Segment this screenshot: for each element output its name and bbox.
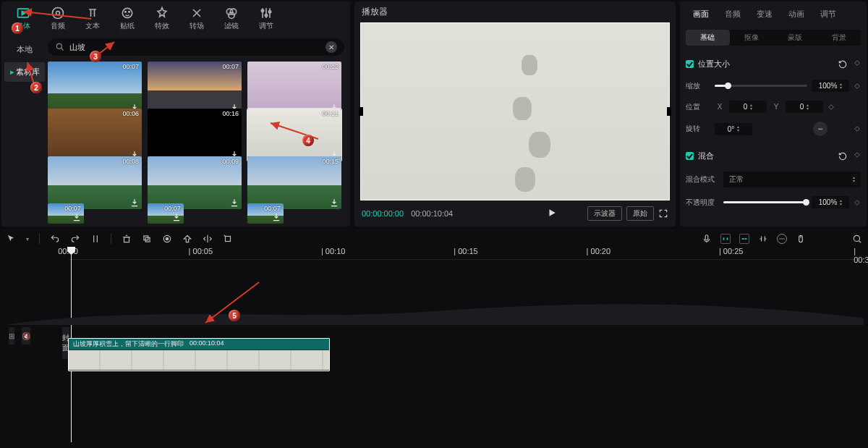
audio-icon [51,6,65,20]
scale-value[interactable]: 100%▴▾ [812,80,849,92]
record-icon[interactable] [162,234,172,244]
keyframe-icon[interactable] [854,59,861,67]
redo-icon[interactable] [70,234,80,244]
svg-point-25 [854,235,859,241]
download-icon[interactable] [171,212,182,222]
tab-sticker[interactable]: 贴纸 [111,4,143,33]
rot-value[interactable]: 0°▴▾ [715,123,752,135]
keyframe-icon[interactable] [827,103,835,111]
original-button[interactable]: 原始 [626,206,654,221]
rotate-icon[interactable] [223,234,233,244]
fullscreen-icon[interactable] [658,208,668,219]
media-thumb[interactable]: 00:06 [48,109,142,161]
timeline-clip[interactable]: 山坡厚厚积雪上，留下清晰的一行脚印00:00:10:04 [68,338,330,371]
mouse-icon[interactable] [796,234,806,244]
media-thumb[interactable]: 00:07 [148,203,184,224]
keyframe-icon[interactable] [854,199,861,206]
media-thumb[interactable]: 00:16 [148,109,242,161]
track-mute-icon[interactable]: 🔇 [22,327,30,345]
preview-canvas[interactable] [360,22,670,200]
annotation-bubble-2: 2 [30,82,42,93]
sub-tab-cutout[interactable]: 抠像 [730,30,774,46]
timeline-ruler[interactable]: 00:00| 00:05| 00:10| 00:15| 00:20| 00:25… [68,247,864,260]
media-grid: 00:0700:0700:1200:0600:1600:1100:0800:09… [48,62,344,224]
mic-icon[interactable] [702,234,712,244]
annotation-bubble-5: 5 [229,310,240,321]
opacity-slider[interactable] [723,201,807,203]
play-button[interactable] [547,208,557,219]
media-thumb[interactable]: 00:15 [247,156,341,209]
tab-adjust[interactable]: 调节 [250,4,282,33]
opacity-value[interactable]: 100%▴▾ [812,196,849,208]
zoom-out-icon[interactable] [777,234,787,244]
link-on-icon[interactable] [739,234,749,244]
media-thumb[interactable]: 00:07 [247,203,284,224]
timeline-panel: ▾ 00:00| 00:05| 00:10| 00:15| 00:20| 00:… [0,228,868,445]
media-thumb[interactable]: 00:11 [247,109,341,161]
blend-checkbox[interactable] [686,152,694,160]
split-icon[interactable] [90,234,101,244]
sub-tab-mask[interactable]: 蒙版 [773,30,817,46]
timeline-toolbar: ▾ [4,231,864,247]
y-label: Y [771,103,781,111]
time-current: 00:00:00:00 [362,209,404,218]
side-local[interactable]: 本地 [4,40,45,59]
scope-button[interactable]: 示波器 [587,206,622,221]
blend-mode-select[interactable]: 正常▴▾ [723,172,861,187]
pos-size-checkbox[interactable] [686,60,694,68]
tab-text[interactable]: 文本 [77,4,109,33]
reset-icon[interactable] [838,151,848,161]
insp-tab-anim[interactable]: 动画 [781,4,812,24]
pointer-tool-icon[interactable] [6,234,16,244]
reverse-icon[interactable] [182,234,192,244]
insp-tab-color[interactable]: 调节 [813,4,843,24]
keyframe-icon[interactable] [854,151,861,159]
insp-tab-audio[interactable]: 音频 [718,4,748,24]
media-thumb[interactable]: 00:09 [148,156,242,209]
time-total: 00:00:10:04 [411,209,453,218]
rot-dial[interactable]: − [813,122,827,136]
track-wave-bg [4,297,864,325]
media-thumb[interactable]: 00:07 [48,203,84,224]
search-icon [55,42,65,52]
mirror-icon[interactable] [203,234,213,244]
download-icon[interactable] [329,198,339,208]
media-thumb[interactable]: 00:12 [247,62,341,114]
download-icon[interactable] [72,212,82,222]
tab-effect[interactable]: 特效 [146,4,178,33]
ruler-tick: | 00:10 [321,247,345,255]
track-lock-icon[interactable]: ⊞ [9,327,14,345]
side-library[interactable]: ▸素材库 [4,62,45,82]
reset-icon[interactable] [838,59,848,69]
pos-x[interactable]: 0▴▾ [729,101,767,113]
delete-icon[interactable] [122,234,132,244]
tab-audio[interactable]: 音频 [42,4,74,33]
sub-tab-bg[interactable]: 背景 [817,30,861,46]
search-input[interactable] [69,43,326,51]
keyframe-icon[interactable] [854,125,861,132]
download-icon[interactable] [271,212,281,222]
annotation-bubble-4: 4 [302,135,314,146]
svg-rect-13 [124,237,129,242]
sub-tab-basic[interactable]: 基础 [686,30,730,46]
scale-label: 缩放 [686,81,710,91]
magnet-on-icon[interactable] [720,234,731,244]
download-icon[interactable] [229,198,239,208]
preview-cut-icon[interactable] [758,234,768,244]
thumb-duration: 00:07 [64,205,81,212]
search-clear[interactable]: ✕ [326,41,337,53]
download-icon[interactable] [129,198,140,208]
media-thumb[interactable]: 00:08 [48,156,142,209]
insp-tab-picture[interactable]: 画面 [686,4,716,24]
scale-slider[interactable] [715,85,807,87]
media-thumb[interactable]: 00:07 [148,62,242,114]
crop-icon[interactable] [142,234,152,244]
tab-transition[interactable]: 转场 [181,4,213,33]
keyframe-icon[interactable] [854,83,861,90]
media-thumb[interactable]: 00:07 [48,62,142,114]
pos-y[interactable]: 0▴▾ [786,101,823,113]
tab-filter[interactable]: 滤镜 [216,4,247,33]
zoom-fit-icon[interactable] [852,234,862,244]
insp-tab-speed[interactable]: 变速 [749,4,780,24]
undo-icon[interactable] [50,234,60,244]
